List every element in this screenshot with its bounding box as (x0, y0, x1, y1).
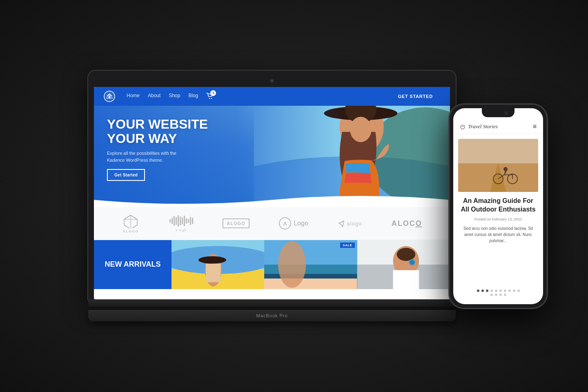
logo-text-4: Logo (294, 220, 308, 227)
svg-point-23 (278, 241, 306, 288)
phone-screen: Travel Stories ≡ (453, 108, 543, 304)
hero-section: YOUR WEBSITE YOUR WAY Explore all the po… (94, 106, 450, 207)
logos-section: ALOGO (94, 207, 450, 240)
phone-logo: Travel Stories (460, 123, 498, 130)
laptop-base (88, 299, 456, 307)
logo-item-4: A Logo (279, 217, 308, 229)
logo-label-2: a logo (176, 228, 187, 232)
svg-rect-33 (458, 139, 538, 163)
article-title: An Amazing Guide For All Outdoor Enthusi… (460, 197, 537, 214)
svg-point-3 (211, 98, 212, 98)
phone-article-content: An Amazing Guide For All Outdoor Enthusi… (453, 197, 543, 244)
logo-item-2: a logo (169, 215, 193, 232)
svg-point-30 (410, 260, 414, 265)
nav-link-about[interactable]: About (148, 93, 160, 100)
article-excerpt: Sed arcu non odio euismod lacinia. Sit a… (460, 225, 537, 244)
site-logo (104, 91, 115, 102)
site-nav: Home About Shop Blog (94, 87, 450, 106)
product-man-svg (357, 240, 450, 289)
phone-outer: Travel Stories ≡ (449, 104, 547, 308)
logo-arrow-icon (338, 220, 345, 227)
dot-8 (508, 290, 511, 292)
nav-cta-button[interactable]: GET STARTED (390, 91, 440, 102)
new-arrivals-text: NEW ARRIVALS (105, 260, 161, 269)
logo-cube-icon (122, 214, 140, 228)
hero-cta-button[interactable]: Get Started (107, 169, 145, 181)
hero-wave (94, 192, 450, 207)
dot-3 (486, 290, 488, 292)
dot-12 (495, 294, 497, 296)
logo-text-5: alogo (347, 220, 362, 227)
laptop-screen-outer: Home About Shop Blog (88, 71, 456, 299)
phone-camera (505, 111, 508, 115)
svg-point-28 (396, 248, 415, 261)
product-image-2[interactable]: SALE (264, 240, 357, 289)
phone-menu-icon[interactable]: ≡ (533, 123, 537, 130)
nav-link-home[interactable]: Home (127, 93, 140, 100)
logo-item-1: ALOGO (122, 214, 140, 233)
logo-waveform (169, 215, 193, 227)
dot-5 (495, 290, 497, 292)
logo-circle-a: A (279, 217, 291, 229)
dots-row-2 (490, 294, 506, 296)
phone-content: Travel Stories ≡ (453, 108, 543, 304)
dot-4 (490, 290, 493, 292)
products-section: NEW ARRIVALS (94, 240, 450, 289)
dot-9 (513, 290, 515, 292)
website: Home About Shop Blog (94, 87, 450, 299)
laptop-bottom: MacBook Pro (88, 310, 456, 321)
hero-title: YOUR WEBSITE YOUR WAY (107, 117, 208, 146)
dot-14 (504, 294, 506, 296)
laptop-camera-bar (94, 76, 450, 85)
phone-logo-icon (460, 124, 466, 130)
svg-rect-18 (206, 264, 220, 282)
product-beach-svg (172, 240, 264, 289)
dot-6 (499, 290, 502, 292)
nav-cart[interactable]: 0 (206, 93, 214, 100)
sale-badge: SALE (340, 243, 354, 248)
dots-row-1 (477, 290, 520, 292)
phone-article-image (458, 139, 538, 192)
dot-13 (499, 294, 502, 296)
logo-label-1: ALOGO (123, 229, 139, 233)
product-image-1[interactable] (172, 240, 264, 289)
article-image-svg (458, 139, 538, 192)
dot-2 (481, 290, 484, 292)
svg-point-37 (503, 167, 508, 171)
dot-10 (517, 290, 520, 292)
dot-7 (504, 290, 506, 292)
dot-1 (477, 290, 479, 292)
svg-rect-27 (393, 270, 419, 289)
dot-11 (490, 294, 493, 296)
nav-links: Home About Shop Blog (127, 93, 390, 100)
svg-point-2 (209, 98, 210, 98)
laptop-device: Home About Shop Blog (88, 71, 456, 321)
nav-link-shop[interactable]: Shop (169, 93, 180, 100)
cart-icon-wrap: 0 (206, 93, 214, 100)
hero-content: YOUR WEBSITE YOUR WAY Explore all the po… (107, 117, 208, 181)
laptop-hinge (88, 307, 456, 310)
svg-rect-22 (264, 278, 357, 289)
logo-stylized: ALOCO (392, 219, 422, 228)
laptop-screen: Home About Shop Blog (94, 87, 450, 299)
phone-device: Travel Stories ≡ (449, 104, 547, 308)
logo-item-6: ALOCO (392, 219, 422, 228)
phone-nav: Travel Stories ≡ (453, 120, 543, 134)
svg-point-17 (198, 256, 226, 264)
nav-link-blog[interactable]: Blog (188, 93, 198, 100)
product-image-3[interactable] (357, 240, 450, 289)
new-arrivals-banner: NEW ARRIVALS (94, 240, 172, 289)
hero-subtitle: Explore all the possibilities with the K… (107, 150, 189, 163)
logo-icon (104, 91, 115, 102)
logo-item-3: ALOGO (223, 218, 249, 228)
laptop-model-label: MacBook Pro (256, 313, 287, 318)
logo-item-5: alogo (338, 220, 362, 227)
phone-notch (482, 108, 514, 117)
logo-box: ALOGO (223, 218, 249, 228)
phone-dots (453, 290, 543, 296)
article-meta: Posted on February 13, 2022 (460, 217, 537, 221)
cart-badge: 0 (210, 90, 216, 96)
scene: Home About Shop Blog (0, 0, 588, 392)
laptop-camera (270, 79, 274, 82)
